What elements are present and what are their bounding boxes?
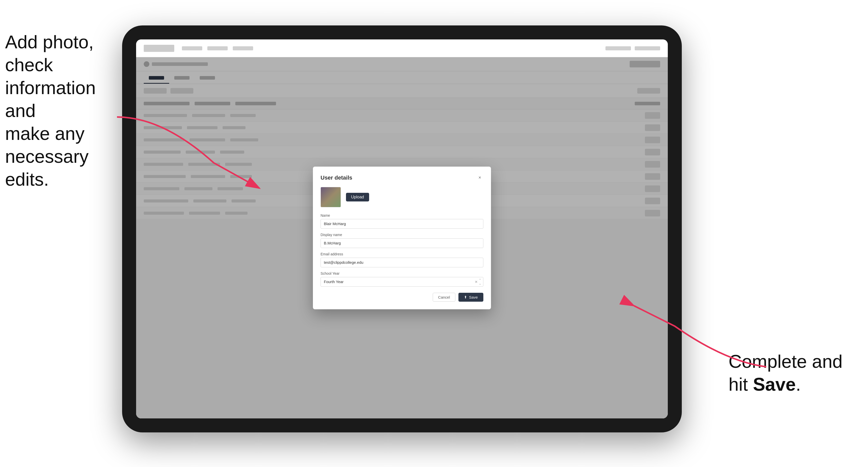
display-name-label: Display name <box>320 233 483 237</box>
arrow-left <box>112 112 270 194</box>
photo-image <box>321 187 341 207</box>
modal-overlay: User details × Upload Name <box>136 57 668 418</box>
select-clear-icon[interactable]: ✕ <box>475 280 478 284</box>
app-nav-right <box>606 46 660 50</box>
nav-right-item-1 <box>606 46 631 50</box>
arrow-right <box>624 301 771 373</box>
annotation-left: Add photo, check information and make an… <box>5 31 112 191</box>
save-button[interactable]: ⬆ Save <box>458 293 483 302</box>
app-logo <box>144 45 174 52</box>
cancel-button[interactable]: Cancel <box>433 293 455 302</box>
school-year-select-wrapper: Fourth Year ✕ ⌃⌄ <box>320 277 483 287</box>
user-details-modal: User details × Upload Name <box>313 166 491 309</box>
school-year-value: Fourth Year <box>324 280 344 284</box>
app-content: User details × Upload Name <box>136 57 668 418</box>
app-nav <box>182 46 253 50</box>
nav-item-1 <box>182 46 202 50</box>
tablet-device: User details × Upload Name <box>122 25 682 432</box>
upload-photo-button[interactable]: Upload <box>346 193 369 201</box>
modal-title: User details <box>320 175 352 181</box>
modal-header: User details × <box>320 174 483 181</box>
display-name-input[interactable] <box>320 238 483 248</box>
modal-close-button[interactable]: × <box>476 174 483 181</box>
display-name-field-group: Display name <box>320 233 483 248</box>
modal-footer: Cancel ⬆ Save <box>320 293 483 302</box>
name-field-group: Name <box>320 213 483 229</box>
tablet-screen: User details × Upload Name <box>136 39 668 418</box>
photo-thumbnail <box>320 187 341 207</box>
email-label: Email address <box>320 252 483 256</box>
email-field-group: Email address <box>320 252 483 267</box>
name-label: Name <box>320 213 483 217</box>
save-label: Save <box>469 295 478 300</box>
app-header <box>136 39 668 57</box>
select-icons: ✕ ⌃⌄ <box>475 278 481 285</box>
select-arrow-icon[interactable]: ⌃⌄ <box>479 278 481 285</box>
nav-item-3 <box>233 46 253 50</box>
photo-section: Upload <box>320 187 483 207</box>
school-year-select[interactable]: Fourth Year <box>320 277 483 287</box>
nav-item-2 <box>207 46 228 50</box>
email-input[interactable] <box>320 258 483 267</box>
name-input[interactable] <box>320 219 483 229</box>
school-year-label: School Year <box>320 271 483 276</box>
nav-right-item-2 <box>635 46 660 50</box>
school-year-field-group: School Year Fourth Year ✕ ⌃⌄ <box>320 271 483 287</box>
save-icon: ⬆ <box>464 295 467 299</box>
